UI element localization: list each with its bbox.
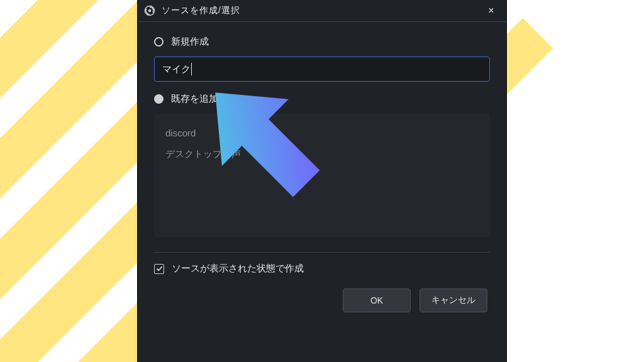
svg-point-1 <box>148 9 152 13</box>
create-new-radio[interactable]: 新規作成 <box>154 36 490 48</box>
radio-icon <box>154 94 164 104</box>
dialog-body: 新規作成 マイク 既存を追加 discord デスクトップ音声 <box>138 22 506 237</box>
list-item[interactable]: デスクトップ音声 <box>165 143 479 165</box>
cancel-button[interactable]: キャンセル <box>419 288 487 312</box>
make-visible-checkbox[interactable]: ソースが表示された状態で作成 <box>154 263 490 275</box>
checkbox-icon <box>154 264 164 274</box>
text-cursor <box>191 63 192 75</box>
existing-sources-list[interactable]: discord デスクトップ音声 <box>154 114 490 237</box>
list-item[interactable]: discord <box>165 123 479 143</box>
titlebar: ソースを作成/選択 × <box>138 0 506 22</box>
source-name-value: マイク <box>162 63 191 75</box>
close-button[interactable]: × <box>482 5 500 16</box>
add-existing-radio[interactable]: 既存を追加 <box>154 93 490 105</box>
button-row: OK キャンセル <box>154 288 490 312</box>
dialog-title: ソースを作成/選択 <box>162 5 482 16</box>
radio-icon <box>154 37 164 47</box>
add-existing-label: 既存を追加 <box>171 93 218 105</box>
obs-icon <box>144 5 155 16</box>
separator <box>154 252 490 253</box>
ok-button[interactable]: OK <box>343 288 411 312</box>
dialog-footer: ソースが表示された状態で作成 OK キャンセル <box>138 263 506 312</box>
create-source-dialog: ソースを作成/選択 × 新規作成 マイク 既存を追加 discord デスクトッ… <box>138 0 506 362</box>
create-new-label: 新規作成 <box>171 36 209 48</box>
source-name-input[interactable]: マイク <box>154 57 490 82</box>
make-visible-label: ソースが表示された状態で作成 <box>172 263 304 275</box>
